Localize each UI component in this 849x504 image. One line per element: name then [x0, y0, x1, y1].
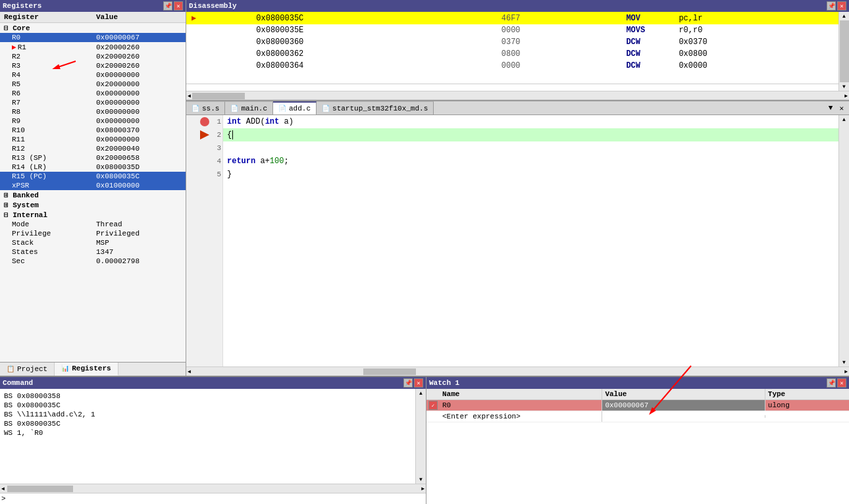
- code-tab-close[interactable]: ✕: [836, 103, 846, 113]
- cmd-scroll-down[interactable]: ▼: [418, 475, 424, 484]
- watch-close-icon[interactable]: ✕: [837, 378, 846, 388]
- dis-row-2[interactable]: 0x080003600370DCW0x0370: [186, 36, 838, 48]
- dis-vscrollbar[interactable]: ▲ ▼: [838, 12, 849, 91]
- reg-row-4[interactable]: R30x20000260: [0, 61, 186, 70]
- watch-pin-icon[interactable]: 📌: [827, 378, 836, 388]
- reg-row-17[interactable]: xPSR0x01000000: [0, 181, 186, 190]
- code-lines-area[interactable]: int ADD(int a){ return a+100;}: [223, 115, 838, 366]
- reg-row-11[interactable]: R100x08000370: [0, 126, 186, 135]
- registers-titlebar: Registers 📌 ✕: [0, 0, 186, 12]
- reg-row-9[interactable]: R80x00000000: [0, 107, 186, 116]
- code-line-3[interactable]: [223, 141, 838, 155]
- code-line-5[interactable]: }: [223, 168, 838, 181]
- code-tab-addc[interactable]: 📄add.c: [273, 101, 317, 114]
- reg-row-0[interactable]: ⊟ Core: [0, 23, 186, 34]
- reg-row-15[interactable]: R14 (LR)0x0800035D: [0, 163, 186, 172]
- dis-scroll-down[interactable]: ▼: [841, 82, 847, 91]
- reg-row-8[interactable]: R70x00000000: [0, 98, 186, 107]
- cmd-pin-icon[interactable]: 📌: [403, 378, 413, 388]
- gutter-row-5[interactable]: 5: [186, 168, 222, 181]
- reg-row-18[interactable]: ⊞ Banked: [0, 190, 186, 200]
- code-hscroll-right[interactable]: ▶: [843, 367, 849, 376]
- reg-row-23[interactable]: StackMSP: [0, 238, 186, 247]
- breakpoint-0[interactable]: [200, 117, 209, 126]
- code-hscroll-left[interactable]: ◀: [186, 367, 192, 376]
- cmd-line-1: BS 0x0800035C: [3, 401, 413, 410]
- dis-pin-icon[interactable]: 📌: [827, 1, 836, 11]
- code-vscrollbar[interactable]: ▲ ▼: [838, 115, 849, 366]
- cmd-prompt: >: [1, 495, 6, 503]
- code-tab-sss[interactable]: 📄ss.s: [186, 101, 225, 114]
- reg-row-12[interactable]: R110x00000000: [0, 135, 186, 144]
- reg-row-5[interactable]: R40x00000000: [0, 70, 186, 80]
- watch-row-1[interactable]: <Enter expression>: [426, 411, 849, 422]
- reg-row-3[interactable]: R20x20000260: [0, 52, 186, 61]
- dis-hscroll-right[interactable]: ▶: [843, 91, 849, 99]
- code-tab-mainc[interactable]: 📄main.c: [225, 101, 273, 114]
- reg-row-1[interactable]: R00x00000067: [0, 33, 186, 42]
- cmd-scroll-up[interactable]: ▲: [418, 389, 424, 397]
- cmd-hscrollbar[interactable]: ◀ ▶: [0, 484, 426, 493]
- gutter-row-1[interactable]: 1: [186, 115, 222, 128]
- dis-row-3[interactable]: 0x080003620800DCW0x0800: [186, 48, 838, 60]
- code-line-1[interactable]: int ADD(int a): [223, 115, 838, 128]
- reg-row-20[interactable]: ⊟ Internal: [0, 210, 186, 220]
- reg-row-16[interactable]: R15 (PC)0x0800035C: [0, 172, 186, 181]
- dis-row-1[interactable]: 0x0800035E0000MOVSr0,r0: [186, 24, 838, 36]
- cmd-close-icon[interactable]: ✕: [414, 378, 423, 388]
- registers-pin-icon[interactable]: 📌: [163, 1, 172, 11]
- reg-name-21: Mode: [0, 220, 92, 229]
- cmd-input[interactable]: [7, 495, 424, 503]
- registers-panel: Registers 📌 ✕ Register Value ⊟ CoreR00x0…: [0, 0, 186, 376]
- reg-row-14[interactable]: R13 (SP)0x20000658: [0, 153, 186, 163]
- reg-name-13: R12: [0, 144, 92, 153]
- reg-row-21[interactable]: ModeThread: [0, 220, 186, 229]
- code-tab-icon-3: 📄: [322, 105, 330, 113]
- reg-row-6[interactable]: R50x20000000: [0, 80, 186, 89]
- reg-value-5: 0x00000000: [92, 70, 186, 80]
- reg-name-17: xPSR: [0, 181, 92, 190]
- reg-row-2[interactable]: ▶R10x20000260: [0, 42, 186, 52]
- cmd-hscroll-right[interactable]: ▶: [420, 484, 426, 493]
- dis-scroll-up[interactable]: ▲: [841, 12, 847, 20]
- dis-cell-0-4: pc,lr: [673, 12, 838, 24]
- cmd-vscrollbar[interactable]: ▲ ▼: [415, 389, 426, 484]
- watch-expand-col: [426, 389, 440, 399]
- code-line-4[interactable]: return a+100;: [223, 155, 838, 168]
- watch-rows: ✓R00x00000067ulong<Enter expression>: [426, 400, 849, 422]
- cmd-hscroll-left[interactable]: ◀: [0, 484, 6, 493]
- dis-hscroll-left[interactable]: ◀: [186, 91, 192, 99]
- watch-row-0[interactable]: ✓R00x00000067ulong: [426, 400, 849, 411]
- code-line-2[interactable]: {: [223, 128, 838, 141]
- gutter-row-4[interactable]: 4: [186, 155, 222, 168]
- watch-checkbox-0[interactable]: ✓: [428, 401, 438, 410]
- reg-name-24: States: [0, 247, 92, 257]
- dis-row-0[interactable]: ▶0x0800035C46F7MOVpc,lr: [186, 12, 838, 24]
- code-tab-startupstm32f10xmds[interactable]: 📄startup_stm32f10x_md.s: [317, 101, 434, 114]
- gutter-row-3[interactable]: 3: [186, 141, 222, 155]
- reg-row-24[interactable]: States1347: [0, 247, 186, 257]
- exec-marker-1: [200, 130, 209, 139]
- code-hscrollbar[interactable]: ◀ ▶: [186, 366, 849, 376]
- code-scroll-down[interactable]: ▼: [841, 358, 847, 366]
- reg-row-19[interactable]: ⊞ System: [0, 200, 186, 210]
- watch-type-0: ulong: [765, 400, 849, 411]
- gutter-row-2[interactable]: 2: [186, 128, 222, 141]
- dis-hscroll-thumb: [192, 93, 245, 99]
- dis-scroll-track: [840, 20, 849, 82]
- dis-row-4[interactable]: 0x080003640000DCW0x0000: [186, 60, 838, 72]
- dis-close-icon[interactable]: ✕: [837, 1, 846, 11]
- reg-row-10[interactable]: R90x00000000: [0, 116, 186, 126]
- registers-close-icon[interactable]: ✕: [174, 1, 183, 11]
- code-tab-dropdown[interactable]: ▼: [826, 103, 836, 113]
- tab-registers[interactable]: 📊 Registers: [55, 363, 118, 376]
- code-scroll-up[interactable]: ▲: [841, 115, 847, 124]
- watch-value-1: [602, 415, 765, 418]
- tab-project[interactable]: 📋 Project: [0, 363, 55, 376]
- dis-hscrollbar[interactable]: ◀ ▶: [186, 91, 849, 100]
- dis-table-area[interactable]: ▶0x0800035C46F7MOVpc,lr0x0800035E0000MOV…: [186, 12, 838, 84]
- reg-row-7[interactable]: R60x00000000: [0, 89, 186, 98]
- reg-row-22[interactable]: PrivilegePrivileged: [0, 229, 186, 238]
- reg-row-25[interactable]: Sec0.00002798: [0, 257, 186, 266]
- reg-row-13[interactable]: R120x20000040: [0, 144, 186, 153]
